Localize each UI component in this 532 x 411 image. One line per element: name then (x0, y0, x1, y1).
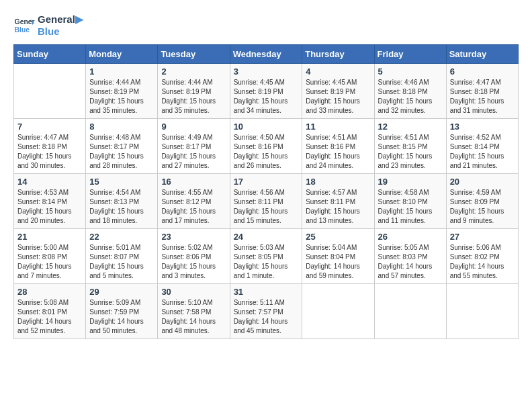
header-saturday: Saturday (446, 45, 518, 64)
day-info: Sunrise: 5:10 AM Sunset: 7:58 PM Dayligh… (161, 298, 226, 336)
day-number: 11 (306, 122, 370, 132)
day-info: Sunrise: 4:50 AM Sunset: 8:16 PM Dayligh… (234, 133, 299, 171)
day-info: Sunrise: 5:03 AM Sunset: 8:05 PM Dayligh… (234, 243, 299, 281)
day-number: 8 (89, 122, 154, 132)
calendar-cell: 16Sunrise: 4:55 AM Sunset: 8:12 PM Dayli… (158, 174, 230, 229)
calendar-cell (302, 284, 374, 339)
logo-icon: General Blue (13, 15, 35, 36)
logo: General Blue General▶ Blue (13, 13, 83, 38)
day-info: Sunrise: 4:48 AM Sunset: 8:17 PM Dayligh… (89, 133, 154, 171)
day-info: Sunrise: 4:46 AM Sunset: 8:18 PM Dayligh… (378, 78, 443, 116)
day-number: 18 (306, 177, 370, 187)
header-tuesday: Tuesday (158, 45, 230, 64)
day-number: 23 (161, 232, 226, 242)
calendar-cell: 23Sunrise: 5:02 AM Sunset: 8:06 PM Dayli… (158, 229, 230, 284)
calendar-cell: 6Sunrise: 4:47 AM Sunset: 8:18 PM Daylig… (446, 64, 518, 119)
day-number: 3 (234, 66, 299, 77)
day-info: Sunrise: 5:00 AM Sunset: 8:08 PM Dayligh… (17, 243, 82, 281)
calendar-cell: 14Sunrise: 4:53 AM Sunset: 8:14 PM Dayli… (14, 174, 86, 229)
day-info: Sunrise: 5:02 AM Sunset: 8:06 PM Dayligh… (161, 243, 226, 281)
calendar-cell: 24Sunrise: 5:03 AM Sunset: 8:05 PM Dayli… (230, 229, 302, 284)
header-friday: Friday (374, 45, 446, 64)
day-number: 12 (378, 122, 443, 132)
calendar-table: SundayMondayTuesdayWednesdayThursdayFrid… (13, 44, 519, 339)
header-sunday: Sunday (14, 45, 86, 64)
calendar-cell: 15Sunrise: 4:54 AM Sunset: 8:13 PM Dayli… (86, 174, 158, 229)
calendar-cell: 31Sunrise: 5:11 AM Sunset: 7:57 PM Dayli… (230, 284, 302, 339)
day-number: 13 (450, 122, 515, 132)
calendar-cell: 30Sunrise: 5:10 AM Sunset: 7:58 PM Dayli… (158, 284, 230, 339)
header-monday: Monday (86, 45, 158, 64)
day-info: Sunrise: 4:54 AM Sunset: 8:13 PM Dayligh… (89, 188, 154, 226)
day-info: Sunrise: 4:51 AM Sunset: 8:16 PM Dayligh… (306, 133, 370, 171)
day-number: 19 (378, 177, 443, 187)
day-info: Sunrise: 4:44 AM Sunset: 8:19 PM Dayligh… (89, 78, 154, 116)
calendar-cell (446, 284, 518, 339)
day-number: 10 (234, 122, 299, 132)
calendar-cell: 7Sunrise: 4:47 AM Sunset: 8:18 PM Daylig… (14, 119, 86, 174)
day-number: 16 (161, 177, 226, 187)
day-info: Sunrise: 4:57 AM Sunset: 8:11 PM Dayligh… (306, 188, 370, 226)
day-info: Sunrise: 4:47 AM Sunset: 8:18 PM Dayligh… (450, 78, 515, 116)
day-number: 5 (378, 66, 443, 77)
week-row-1: 1Sunrise: 4:44 AM Sunset: 8:19 PM Daylig… (14, 64, 519, 119)
day-number: 25 (306, 232, 370, 242)
day-number: 21 (17, 232, 82, 242)
calendar-cell: 11Sunrise: 4:51 AM Sunset: 8:16 PM Dayli… (302, 119, 374, 174)
calendar-cell: 27Sunrise: 5:06 AM Sunset: 8:02 PM Dayli… (446, 229, 518, 284)
day-info: Sunrise: 5:08 AM Sunset: 8:01 PM Dayligh… (17, 298, 82, 336)
day-number: 30 (161, 287, 226, 297)
day-number: 4 (306, 66, 370, 77)
day-number: 6 (450, 66, 515, 77)
day-number: 2 (161, 66, 226, 77)
day-info: Sunrise: 5:01 AM Sunset: 8:07 PM Dayligh… (89, 243, 154, 281)
calendar-cell: 26Sunrise: 5:05 AM Sunset: 8:03 PM Dayli… (374, 229, 446, 284)
day-info: Sunrise: 4:52 AM Sunset: 8:14 PM Dayligh… (450, 133, 515, 171)
day-info: Sunrise: 4:58 AM Sunset: 8:10 PM Dayligh… (378, 188, 443, 226)
day-number: 24 (234, 232, 299, 242)
header-wednesday: Wednesday (230, 45, 302, 64)
day-info: Sunrise: 4:45 AM Sunset: 8:19 PM Dayligh… (306, 78, 370, 116)
day-number: 26 (378, 232, 443, 242)
day-number: 31 (234, 287, 299, 297)
logo-subtext: Blue (38, 26, 83, 38)
svg-text:Blue: Blue (15, 26, 30, 34)
day-number: 14 (17, 177, 82, 187)
week-row-4: 21Sunrise: 5:00 AM Sunset: 8:08 PM Dayli… (14, 229, 519, 284)
day-info: Sunrise: 5:05 AM Sunset: 8:03 PM Dayligh… (378, 243, 443, 281)
day-number: 28 (17, 287, 82, 297)
calendar-cell: 19Sunrise: 4:58 AM Sunset: 8:10 PM Dayli… (374, 174, 446, 229)
calendar-cell: 3Sunrise: 4:45 AM Sunset: 8:19 PM Daylig… (230, 64, 302, 119)
calendar-cell: 8Sunrise: 4:48 AM Sunset: 8:17 PM Daylig… (86, 119, 158, 174)
calendar-cell: 12Sunrise: 4:51 AM Sunset: 8:15 PM Dayli… (374, 119, 446, 174)
calendar-cell (374, 284, 446, 339)
page-header: General Blue General▶ Blue (13, 13, 519, 38)
day-info: Sunrise: 4:49 AM Sunset: 8:17 PM Dayligh… (161, 133, 226, 171)
calendar-cell: 25Sunrise: 5:04 AM Sunset: 8:04 PM Dayli… (302, 229, 374, 284)
day-number: 7 (17, 122, 82, 132)
day-info: Sunrise: 5:06 AM Sunset: 8:02 PM Dayligh… (450, 243, 515, 281)
calendar-cell: 9Sunrise: 4:49 AM Sunset: 8:17 PM Daylig… (158, 119, 230, 174)
calendar-cell: 28Sunrise: 5:08 AM Sunset: 8:01 PM Dayli… (14, 284, 86, 339)
day-number: 17 (234, 177, 299, 187)
calendar-cell: 1Sunrise: 4:44 AM Sunset: 8:19 PM Daylig… (86, 64, 158, 119)
calendar-cell: 18Sunrise: 4:57 AM Sunset: 8:11 PM Dayli… (302, 174, 374, 229)
day-info: Sunrise: 5:09 AM Sunset: 7:59 PM Dayligh… (89, 298, 154, 336)
day-info: Sunrise: 4:55 AM Sunset: 8:12 PM Dayligh… (161, 188, 226, 226)
calendar-cell: 17Sunrise: 4:56 AM Sunset: 8:11 PM Dayli… (230, 174, 302, 229)
calendar-cell: 10Sunrise: 4:50 AM Sunset: 8:16 PM Dayli… (230, 119, 302, 174)
day-info: Sunrise: 4:44 AM Sunset: 8:19 PM Dayligh… (161, 78, 226, 116)
week-row-3: 14Sunrise: 4:53 AM Sunset: 8:14 PM Dayli… (14, 174, 519, 229)
day-info: Sunrise: 4:56 AM Sunset: 8:11 PM Dayligh… (234, 188, 299, 226)
calendar-header-row: SundayMondayTuesdayWednesdayThursdayFrid… (14, 45, 519, 64)
calendar-cell: 13Sunrise: 4:52 AM Sunset: 8:14 PM Dayli… (446, 119, 518, 174)
day-number: 27 (450, 232, 515, 242)
calendar-cell: 4Sunrise: 4:45 AM Sunset: 8:19 PM Daylig… (302, 64, 374, 119)
day-number: 9 (161, 122, 226, 132)
day-number: 20 (450, 177, 515, 187)
calendar-cell: 5Sunrise: 4:46 AM Sunset: 8:18 PM Daylig… (374, 64, 446, 119)
day-info: Sunrise: 5:11 AM Sunset: 7:57 PM Dayligh… (234, 298, 299, 336)
day-number: 22 (89, 232, 154, 242)
day-info: Sunrise: 4:47 AM Sunset: 8:18 PM Dayligh… (17, 133, 82, 171)
calendar-cell: 29Sunrise: 5:09 AM Sunset: 7:59 PM Dayli… (86, 284, 158, 339)
